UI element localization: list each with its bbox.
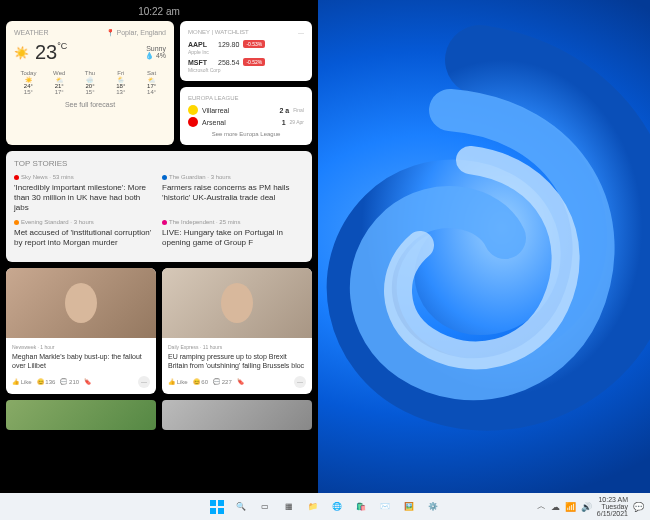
- source-dot-icon: [162, 220, 167, 225]
- team-crest-icon: [188, 105, 198, 115]
- search-icon[interactable]: 🔍: [233, 499, 249, 515]
- notifications-icon[interactable]: 💬: [633, 502, 644, 512]
- explorer-icon[interactable]: 📁: [305, 499, 321, 515]
- weather-location: 📍 Poplar, England: [106, 29, 166, 37]
- sun-icon: ☀️: [14, 46, 29, 60]
- stock-row[interactable]: MSFT 258.54 -0.52%: [188, 58, 304, 66]
- more-icon[interactable]: ⋯: [294, 376, 306, 388]
- photos-icon[interactable]: 🖼️: [401, 499, 417, 515]
- stock-row[interactable]: AAPL 129.80 -0.53%: [188, 40, 304, 48]
- svg-rect-1: [218, 500, 224, 506]
- top-stories-label: TOP STORIES: [14, 159, 304, 168]
- like-button[interactable]: 👍 Like: [168, 378, 188, 385]
- story-item[interactable]: Evening Standard · 3 hours Met accused o…: [14, 219, 156, 248]
- match-row: Villarreal 2 a Final: [188, 105, 304, 115]
- wallpaper-bloom: [270, 20, 650, 460]
- start-button[interactable]: [209, 499, 225, 515]
- source-dot-icon: [162, 175, 167, 180]
- taskbar-center: 🔍 ▭ ▦ 📁 🌐 🛍️ ✉️ 🖼️ ⚙️: [209, 499, 441, 515]
- widgets-icon[interactable]: ▦: [281, 499, 297, 515]
- reactions-count[interactable]: 😊 60: [193, 378, 208, 385]
- taskview-icon[interactable]: ▭: [257, 499, 273, 515]
- news-card[interactable]: Daily Express · 11 hours EU ramping pres…: [162, 268, 312, 394]
- volume-icon[interactable]: 🔊: [581, 502, 592, 512]
- news-thumb[interactable]: [6, 400, 156, 430]
- more-icon[interactable]: ⋯: [298, 29, 304, 36]
- story-item[interactable]: The Guardian · 3 hours Farmers raise con…: [162, 174, 304, 213]
- story-item[interactable]: Sky News · 53 mins 'Incredibly important…: [14, 174, 156, 213]
- weather-link[interactable]: See full forecast: [14, 101, 166, 108]
- forecast-row: Today☀️24°15° Wed⛅21°17° Thu🌧️20°15° Fri…: [14, 70, 166, 95]
- weather-card[interactable]: WEATHER 📍 Poplar, England ☀️ 23°C Sunny💧…: [6, 21, 174, 145]
- weather-temp: 23°C: [35, 41, 67, 64]
- weather-condition: Sunny💧 4%: [145, 45, 166, 60]
- team-crest-icon: [188, 117, 198, 127]
- wifi-icon[interactable]: 📶: [565, 502, 576, 512]
- more-icon[interactable]: ⋯: [138, 376, 150, 388]
- save-icon[interactable]: 🔖: [237, 378, 244, 385]
- svg-rect-0: [210, 500, 216, 506]
- save-icon[interactable]: 🔖: [84, 378, 91, 385]
- mail-icon[interactable]: ✉️: [377, 499, 393, 515]
- reactions-count[interactable]: 😊 136: [37, 378, 56, 385]
- taskbar[interactable]: 🔍 ▭ ▦ 📁 🌐 🛍️ ✉️ 🖼️ ⚙️ ︿ ☁ 📶 🔊 10:23 AM T…: [0, 493, 650, 520]
- store-icon[interactable]: 🛍️: [353, 499, 369, 515]
- source-dot-icon: [14, 220, 19, 225]
- story-item[interactable]: The Independent · 25 mins LIVE: Hungary …: [162, 219, 304, 248]
- svg-rect-2: [210, 508, 216, 514]
- taskbar-clock[interactable]: 10:23 AM Tuesday 6/15/2021: [597, 496, 628, 517]
- onedrive-icon[interactable]: ☁: [551, 502, 560, 512]
- news-card[interactable]: Newsweek · 1 hour Meghan Markle's baby b…: [6, 268, 156, 394]
- settings-icon[interactable]: ⚙️: [425, 499, 441, 515]
- source-dot-icon: [14, 175, 19, 180]
- widgets-clock: 10:22 am: [6, 6, 312, 17]
- match-row: Arsenal 1 29 Apr: [188, 117, 304, 127]
- comments-count[interactable]: 💬 210: [60, 378, 79, 385]
- like-button[interactable]: 👍 Like: [12, 378, 32, 385]
- tray-chevron-icon[interactable]: ︿: [537, 500, 546, 513]
- widgets-panel[interactable]: 10:22 am WEATHER 📍 Poplar, England ☀️ 23…: [0, 0, 318, 493]
- comments-count[interactable]: 💬 227: [213, 378, 232, 385]
- news-image: [162, 268, 312, 338]
- svg-rect-3: [218, 508, 224, 514]
- money-card[interactable]: MONEY | WATCHLIST⋯ AAPL 129.80 -0.53% Ap…: [180, 21, 312, 81]
- sports-link[interactable]: See more Europa League: [188, 131, 304, 137]
- news-thumb[interactable]: [162, 400, 312, 430]
- sports-card[interactable]: EUROPA LEAGUE Villarreal 2 a Final Arsen…: [180, 87, 312, 145]
- edge-icon[interactable]: 🌐: [329, 499, 345, 515]
- top-stories-card[interactable]: TOP STORIES Sky News · 53 mins 'Incredib…: [6, 151, 312, 262]
- news-image: [6, 268, 156, 338]
- weather-label: WEATHER: [14, 29, 48, 37]
